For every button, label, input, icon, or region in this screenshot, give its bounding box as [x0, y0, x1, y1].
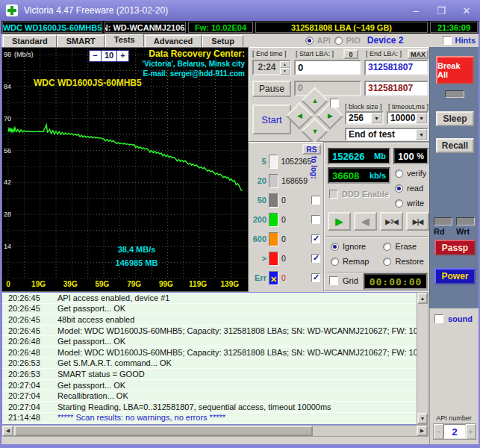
zoom-out-button[interactable]: − [90, 51, 101, 61]
latency-count: 168659 [281, 176, 311, 185]
tab-smart[interactable]: SMART [57, 35, 105, 47]
grid-label: Grid [343, 276, 358, 285]
sleep-button[interactable]: Sleep [436, 111, 474, 126]
chevron-down-icon[interactable]: ▼ [416, 129, 427, 140]
sound-label: sound [448, 314, 473, 323]
title-bar[interactable]: Victoria 4.47 Freeware (2013-02-20) – ❐ … [0, 0, 480, 21]
latency-label: 600 [250, 234, 267, 243]
mode-radio[interactable] [395, 199, 403, 208]
api-number-minus-button[interactable]: − [434, 424, 443, 439]
end-lba-input[interactable]: 312581807 [364, 60, 428, 75]
break-all-button[interactable]: Break All [436, 56, 474, 84]
write-indicator [456, 217, 475, 225]
log-checkbox-Err[interactable]: ✓ [311, 273, 320, 282]
right-arrow-icon: ▶ [328, 112, 333, 119]
end-lba-mirror-field[interactable]: 312581807 [364, 81, 428, 96]
log-checkbox-50[interactable] [311, 196, 320, 205]
grid-checkbox[interactable] [329, 276, 338, 285]
check-icon: ✓ [313, 234, 320, 243]
chevron-down-icon[interactable]: ▼ [371, 113, 382, 123]
action-radio[interactable] [331, 243, 339, 251]
latency-color-box [269, 213, 278, 227]
end-action-dropdown[interactable]: End of test ▼ [345, 128, 428, 141]
mode-option-write[interactable]: write [395, 196, 426, 211]
log-vertical-scrollbar[interactable]: ▲ ▼ [417, 292, 428, 425]
tab-setup[interactable]: Setup [202, 35, 243, 47]
start-button[interactable]: Start [252, 105, 291, 134]
percent-lcd: 100 % [393, 148, 428, 164]
x-tick-label: 59G [96, 280, 110, 288]
divider [326, 236, 428, 237]
log-area[interactable]: 20:26:45API access enabled, device #120:… [1, 292, 417, 425]
max-button[interactable]: MAX [408, 49, 428, 59]
timeout-dropdown[interactable]: 10000 ▼ [387, 111, 428, 125]
mode-radio[interactable] [395, 169, 403, 178]
close-icon[interactable]: ✕ [459, 5, 474, 16]
scroll-right-icon[interactable]: ▶ [417, 426, 428, 436]
mode-radio[interactable] [395, 184, 403, 193]
minimize-icon[interactable]: – [408, 5, 423, 16]
action-option-erase[interactable]: Erase [383, 239, 428, 254]
log-checkbox-600[interactable]: ✓ [311, 234, 320, 243]
pio-radio[interactable] [334, 37, 343, 45]
power-button[interactable]: Power [434, 268, 476, 284]
step-button[interactable]: ▶|◀ [406, 212, 429, 231]
chevron-down-icon[interactable]: ▼ [416, 113, 427, 123]
mode-radio-label: write [407, 199, 424, 208]
zoom-in-button[interactable]: + [117, 51, 128, 61]
ddd-enable-row: DDD Enable [329, 190, 389, 199]
sound-checkbox[interactable] [434, 314, 443, 323]
mode-option-read[interactable]: read [395, 181, 426, 196]
latency-count: 0 [281, 273, 311, 282]
recall-button[interactable]: Recall [436, 138, 474, 153]
passp-button[interactable]: Passp [434, 240, 476, 255]
ddd-enable-checkbox[interactable] [329, 190, 338, 199]
scroll-down-icon[interactable]: ▼ [417, 413, 428, 424]
tab-standard[interactable]: Standard [3, 35, 57, 47]
log-checkbox-200[interactable] [311, 215, 320, 224]
scrollbar-thumb[interactable] [14, 426, 313, 436]
action-option-remap[interactable]: Remap [331, 254, 373, 269]
log-checkbox->[interactable]: ✓ [311, 254, 320, 263]
end-time-spinner[interactable]: 2:24 ▲ ▼ [252, 60, 291, 75]
start-lba-zero-button[interactable]: 0 [343, 49, 358, 59]
api-number-plus-button[interactable]: + [466, 424, 476, 439]
log-horizontal-scrollbar[interactable]: ◀ ▶ [1, 425, 428, 437]
seek-test-button[interactable]: ▶?◀ [380, 212, 403, 231]
block-size-label: [ block size ] [345, 103, 382, 111]
latency-label: Err [250, 273, 267, 282]
action-radio[interactable] [383, 243, 391, 251]
play-button[interactable]: ▶ [328, 212, 351, 231]
log-time: 20:27:04 [8, 402, 47, 411]
scroll-up-icon[interactable]: ▲ [417, 293, 428, 304]
end-time-up-icon[interactable]: ▲ [280, 61, 290, 68]
scroll-left-icon[interactable]: ◀ [2, 426, 13, 436]
app-icon [6, 4, 18, 16]
tab-tests[interactable]: Tests [105, 34, 144, 47]
graph-drive-title: WDC WD1600JS-60MHB5 [34, 78, 142, 88]
device-label: Device 2 [367, 35, 404, 46]
tab-advanced[interactable]: Advanced [145, 35, 202, 47]
start-lba-input[interactable]: 0 [294, 60, 361, 75]
log-message: Recallibration... OK [57, 391, 128, 400]
log-message: Model: WDC WD1600JS-60MHB5; Capacity: 31… [57, 326, 417, 335]
action-option-ignore[interactable]: Ignore [331, 239, 373, 254]
block-size-dropdown[interactable]: 256 ▼ [345, 111, 384, 125]
maximize-icon[interactable]: ❐ [434, 5, 449, 16]
seek-pad-checkbox[interactable] [330, 99, 339, 108]
mode-option-verify[interactable]: verify [395, 166, 426, 181]
log-time: 20:26:53 [8, 358, 47, 367]
action-radio[interactable] [383, 258, 391, 266]
check-icon: ✓ [313, 253, 320, 263]
check-icon: ✓ [313, 273, 320, 282]
action-radio[interactable] [331, 258, 339, 266]
drive-info-bar: WDC WD1600JS-60MHB5 SN: WD-WCANMJ210627 … [1, 21, 479, 34]
log-message: 48bit access enabled [57, 315, 134, 324]
api-radio[interactable] [305, 37, 314, 45]
action-option-restore[interactable]: Restore [383, 254, 428, 269]
hints-checkbox[interactable] [443, 36, 452, 45]
end-time-down-icon[interactable]: ▼ [280, 68, 290, 75]
tab-bar: StandardSMARTTestsAdvancedSetup API PIO … [1, 34, 479, 47]
pause-button[interactable]: Pause [252, 81, 291, 97]
back-button[interactable]: ◀ [354, 212, 377, 231]
